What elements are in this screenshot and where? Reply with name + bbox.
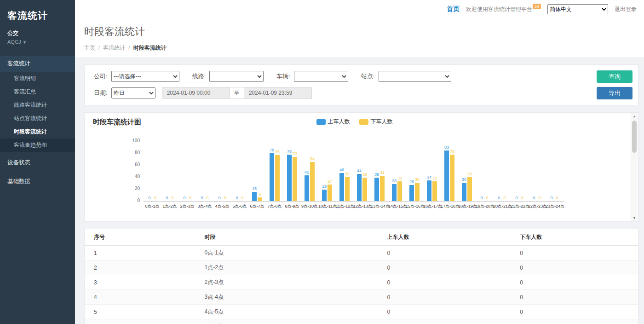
bar-column: 30 (462, 140, 466, 201)
sidebar-item[interactable]: 线路客流统计 (0, 98, 75, 112)
bar-value-label: 0 (183, 196, 185, 200)
bar[interactable] (328, 185, 332, 201)
export-button[interactable]: 导出 (597, 87, 632, 99)
sidebar-section-2[interactable]: 基础数据 (0, 174, 75, 190)
bar[interactable] (293, 157, 297, 201)
bar[interactable] (427, 180, 431, 201)
legend-item[interactable]: 下车人数 (359, 118, 393, 126)
x-axis-label: 15点-16点 (406, 203, 423, 209)
bar[interactable] (258, 197, 262, 201)
x-axis-label: 9点-10点 (301, 203, 318, 209)
query-button[interactable]: 查询 (597, 70, 632, 83)
bar[interactable] (310, 162, 315, 201)
vehicle-select[interactable] (294, 71, 348, 82)
bar-group: 4264 (301, 140, 318, 201)
legend-swatch (316, 119, 326, 125)
table-row[interactable]: 32点-3点00 (85, 275, 638, 290)
notification-badge[interactable]: 34 (533, 4, 541, 9)
breadcrumb-item[interactable]: 主页 (84, 45, 95, 51)
bar[interactable] (462, 183, 466, 201)
bar-column: 19 (322, 140, 327, 201)
bar-group: 00 (213, 140, 231, 201)
scrollbar-thumb[interactable] (632, 121, 637, 153)
bar[interactable] (287, 155, 292, 201)
bar[interactable] (362, 178, 367, 201)
bar-group: 00 (196, 140, 213, 201)
line-select[interactable] (209, 71, 264, 82)
bar-column: 39 (467, 140, 472, 201)
legend-item[interactable]: 上车人数 (316, 118, 350, 126)
sidebar: 客流统计 公交 AQGJ▼ 客流统计客流明细客流汇总线路客流统计站点客流统计时段… (0, 0, 75, 324)
chart-y-axis: 100806040200 (125, 139, 140, 203)
bar[interactable] (322, 190, 327, 201)
bar[interactable] (450, 155, 454, 201)
table-row[interactable]: 54点-5点00 (85, 305, 638, 319)
bar[interactable] (432, 181, 437, 201)
bar-group: 00 (546, 140, 563, 201)
station-select[interactable] (379, 71, 451, 82)
bar-column: 64 (310, 140, 315, 201)
bar[interactable] (397, 181, 402, 201)
home-link[interactable]: 首页 (447, 5, 460, 13)
page-content: 公司: ---请选择--- 线路: 车辆: 站点: (75, 58, 644, 324)
bar[interactable] (380, 176, 385, 201)
table-row[interactable]: 65点-6点00 (85, 319, 638, 324)
bar-value-label: 0 (556, 196, 558, 200)
table-row[interactable]: 21点-2点00 (85, 260, 638, 275)
bar-column: 42 (305, 140, 309, 201)
bar[interactable] (339, 173, 344, 201)
bar-value-label: 0 (206, 196, 208, 200)
table-cell: 0 (511, 305, 638, 319)
bar-group: 00 (476, 140, 493, 201)
x-axis-label: 4点-5点 (213, 203, 231, 209)
sidebar-section-0[interactable]: 客流统计 (0, 56, 75, 72)
sidebar-item[interactable]: 站点客流统计 (0, 112, 75, 125)
sidebar-item[interactable]: 客流量趋势图 (0, 139, 75, 152)
chart-scrollbar[interactable]: ▲ ▼ (631, 113, 638, 221)
bar-column: 0 (235, 140, 239, 201)
bar[interactable] (467, 177, 472, 201)
language-select[interactable]: 简体中文 (547, 4, 608, 14)
scroll-down-icon[interactable]: ▼ (633, 215, 636, 221)
bar-column: 0 (217, 140, 222, 201)
table-cell: 0 (511, 260, 638, 275)
table-cell: 3 (85, 275, 196, 290)
data-table-panel: 序号时段上车人数下车人数 10点-1点0021点-2点0032点-3点0043点… (84, 229, 638, 324)
sidebar-item[interactable]: 客流汇总 (0, 85, 75, 98)
org-code-dropdown[interactable]: AQGJ▼ (7, 39, 68, 45)
sidebar-item[interactable]: 时段客流统计 (0, 125, 75, 139)
bar[interactable] (270, 153, 274, 201)
breadcrumb-separator: / (98, 45, 100, 51)
bar-value-label: 0 (236, 196, 238, 200)
bar[interactable] (252, 192, 257, 201)
bar[interactable] (415, 183, 420, 201)
date-range-separator: 至 (230, 87, 244, 99)
date-range-group: 至 (162, 87, 312, 99)
bar[interactable] (392, 184, 397, 201)
sidebar-section-1[interactable]: 设备状态 (0, 155, 75, 171)
sidebar-item[interactable]: 客流明细 (0, 72, 75, 85)
date-preset-select[interactable]: 昨日 (111, 87, 155, 98)
bar-value-label: 83 (444, 145, 449, 150)
table-row[interactable]: 10点-1点00 (85, 246, 638, 260)
bar-column: 76 (287, 140, 292, 201)
company-select[interactable]: ---请选择--- (111, 71, 179, 82)
scroll-up-icon[interactable]: ▲ (633, 113, 636, 119)
bar[interactable] (345, 177, 350, 201)
date-from-input[interactable] (162, 87, 230, 99)
bar[interactable] (374, 178, 379, 201)
logout-link[interactable]: 退出登录 (615, 6, 637, 13)
table-row[interactable]: 43点-4点00 (85, 290, 638, 305)
bar-group: 156 (248, 140, 266, 201)
table-header-cell: 上车人数 (378, 229, 511, 246)
bar-column: 30 (415, 140, 420, 201)
bar[interactable] (357, 174, 362, 201)
bar[interactable] (275, 155, 280, 201)
table-cell: 1点-2点 (196, 260, 378, 275)
bar[interactable] (444, 150, 449, 201)
y-axis-tick: 20 (125, 186, 140, 191)
bar[interactable] (409, 185, 414, 201)
date-to-input[interactable] (244, 87, 312, 99)
bar[interactable] (305, 175, 309, 201)
breadcrumb-item[interactable]: 客流统计 (103, 45, 125, 51)
